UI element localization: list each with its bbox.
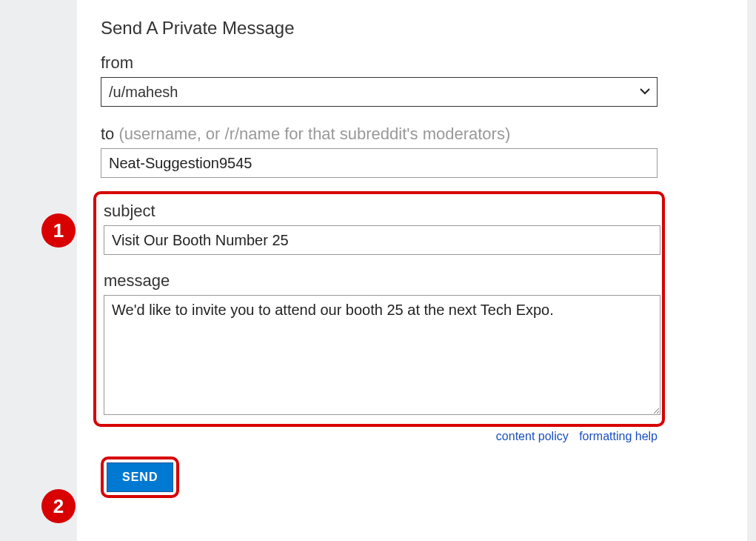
from-select[interactable]: /u/mahesh <box>101 77 658 107</box>
content-policy-link[interactable]: content policy <box>496 430 569 442</box>
to-input[interactable] <box>101 148 658 178</box>
compose-message-panel: Send A Private Message from /u/mahesh to… <box>77 0 747 541</box>
from-group: from /u/mahesh <box>101 53 723 107</box>
highlight-box-1: subject message <box>93 191 665 427</box>
message-textarea[interactable] <box>104 295 660 415</box>
links-row: content policy formatting help <box>101 430 658 443</box>
subject-label: subject <box>104 202 655 221</box>
to-label: to <box>101 125 114 143</box>
send-button[interactable]: SEND <box>107 462 173 492</box>
subject-input[interactable] <box>104 225 660 255</box>
to-group: to (username, or /r/name for that subred… <box>101 125 723 178</box>
formatting-help-link[interactable]: formatting help <box>579 430 658 442</box>
to-hint: (username, or /r/name for that subreddit… <box>118 125 510 143</box>
page-title: Send A Private Message <box>101 18 723 39</box>
message-label: message <box>104 271 655 291</box>
annotation-badge-1: 1 <box>41 213 76 248</box>
from-label: from <box>101 53 723 73</box>
to-label-row: to (username, or /r/name for that subred… <box>101 125 723 144</box>
from-select-wrapper: /u/mahesh <box>101 77 658 107</box>
highlight-box-2: SEND <box>101 457 179 498</box>
annotation-badge-2: 2 <box>41 489 76 523</box>
